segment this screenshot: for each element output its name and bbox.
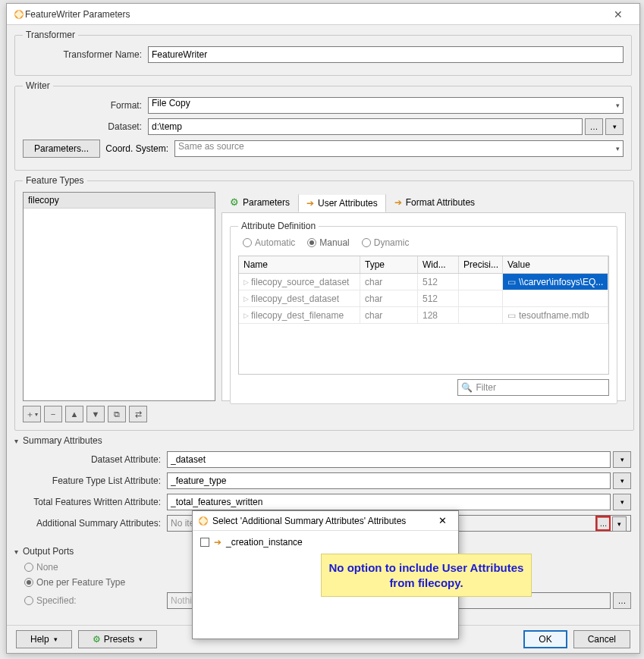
window-title: FeatureWriter Parameters [25,9,603,20]
app-icon [197,515,209,527]
coord-select[interactable]: Same as source ▾ [174,140,624,157]
cancel-button[interactable]: Cancel [573,630,630,648]
gear-icon: ⚙ [230,196,239,208]
gear-icon: ⚙ [93,634,101,645]
highlight-annotation [595,516,611,531]
dataset-input[interactable] [148,118,583,135]
total-features-input[interactable] [167,494,611,510]
col-name-header[interactable]: Name [239,256,360,273]
coord-label: Coord. System: [99,143,174,154]
list-item[interactable]: filecopy [24,193,215,209]
duplicate-button[interactable]: ⧉ [108,406,126,422]
radio-dynamic[interactable]: Dynamic [362,237,410,248]
dataset-browse-button[interactable]: … [585,118,603,135]
transformer-name-input[interactable] [148,46,624,63]
col-width-header[interactable]: Wid... [418,256,459,273]
writer-group: Writer Format: File Copy ▾ Dataset: … ▾ … [14,80,632,171]
table-row[interactable]: ▷filecopy_dest_filenamechar128▭tesoutfna… [239,307,608,324]
col-type-header[interactable]: Type [360,256,418,273]
parameters-button[interactable]: Parameters... [23,140,100,158]
menu-button[interactable]: ▾ [613,472,631,489]
arrow-icon: ➔ [394,197,402,208]
radio-specified[interactable]: Specified: [24,595,167,606]
addl-summary-label: Additional Summary Attributes: [15,518,167,529]
attr-def-legend: Attribute Definition [238,221,319,231]
menu-button[interactable]: ▾ [613,451,631,468]
radio-manual[interactable]: Manual [307,237,349,248]
dataset-attr-input[interactable] [167,451,611,468]
dataset-attr-label: Dataset Attribute: [15,454,167,465]
dataset-label: Dataset: [23,121,148,132]
summary-attributes-head[interactable]: ▾Summary Attributes [14,435,632,446]
specified-browse-button[interactable]: … [613,592,631,609]
writer-legend: Writer [23,80,53,91]
move-up-button[interactable]: ▲ [65,406,83,422]
ok-button[interactable]: OK [523,630,567,648]
total-features-label: Total Features Written Attribute: [15,497,167,507]
radio-none[interactable]: None [24,562,58,573]
col-value-header[interactable]: Value [503,256,608,273]
feature-type-list[interactable]: filecopy [23,192,215,401]
ft-list-attr-input[interactable] [167,472,611,489]
move-down-button[interactable]: ▼ [86,406,105,422]
help-button[interactable]: Help▾ [16,630,72,648]
transformer-legend: Transformer [23,30,78,40]
filter-input[interactable]: 🔍 Filter [457,379,609,396]
app-icon [13,8,25,20]
radio-automatic[interactable]: Automatic [243,237,295,248]
tab-parameters[interactable]: ⚙Parameters [221,193,298,212]
table-row[interactable]: ▷filecopy_source_datasetchar512▭\\carver… [239,274,608,290]
col-precision-header[interactable]: Precisi... [459,256,503,273]
chevron-down-icon: ▾ [616,102,620,109]
format-value: File Copy [152,98,190,108]
addl-summary-menu-button[interactable]: ▾ [612,516,627,532]
import-button[interactable]: ⇄ [129,406,147,422]
tabs: ⚙Parameters ➔User Attributes ➔Format Att… [221,192,626,213]
popup-title: Select 'Additional Summary Attributes' A… [209,516,431,526]
close-icon[interactable]: ✕ [603,8,633,20]
close-icon[interactable]: ✕ [431,515,454,526]
chevron-down-icon: ▾ [139,635,143,643]
presets-button[interactable]: ⚙Presets▾ [78,630,158,648]
chevron-down-icon: ▾ [14,437,18,445]
attribute-table: Name Type Wid... Precisi... Value ▷filec… [238,256,609,375]
remove-button[interactable]: − [44,406,62,422]
dataset-menu-button[interactable]: ▾ [605,118,624,135]
menu-button[interactable]: ▾ [613,494,631,510]
table-row[interactable]: ▷filecopy_dest_datasetchar512 [239,290,608,307]
annotation-callout: No option to include User Attributes fro… [321,554,532,597]
search-icon: 🔍 [461,382,473,393]
titlebar: FeatureWriter Parameters ✕ [7,4,639,25]
ft-list-attr-label: Feature Type List Attribute: [15,475,167,486]
popup-list-item[interactable]: ➔ _creation_instance [197,535,454,549]
feature-types-group: Feature Types filecopy ＋▾ − ▲ ▼ ⧉ ⇄ [14,175,634,431]
add-button[interactable]: ＋▾ [23,406,41,422]
checkbox[interactable] [200,538,209,547]
transformer-group: Transformer Transformer Name: [14,30,632,76]
format-label: Format: [23,100,148,111]
chevron-down-icon: ▾ [54,635,58,643]
format-select[interactable]: File Copy ▾ [148,97,624,114]
transformer-name-label: Transformer Name: [23,49,148,60]
chevron-down-icon: ▾ [616,145,620,152]
coord-value: Same as source [178,141,244,152]
arrow-icon: ➔ [214,537,221,548]
tab-user-attributes[interactable]: ➔User Attributes [298,193,386,212]
tab-format-attributes[interactable]: ➔Format Attributes [386,193,483,212]
arrow-icon: ➔ [306,198,314,209]
chevron-down-icon: ▾ [14,548,18,556]
radio-one-per-ft[interactable]: One per Feature Type [24,577,125,588]
feature-types-legend: Feature Types [23,175,87,186]
